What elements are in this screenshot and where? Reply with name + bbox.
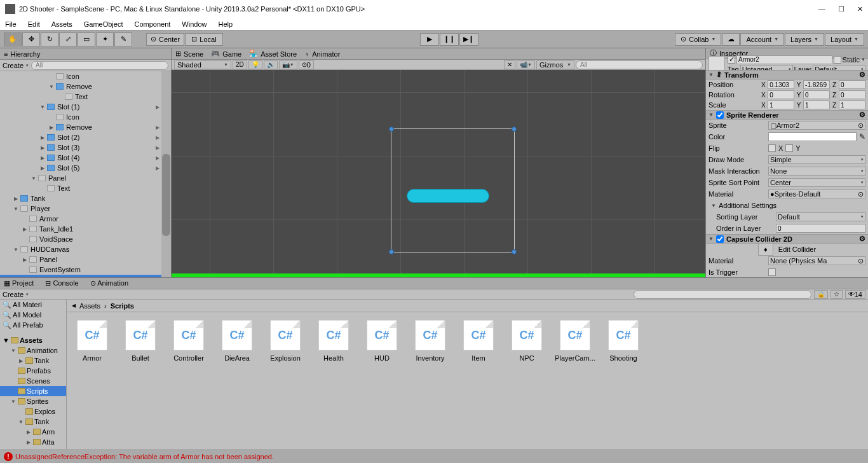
fav-all-materials[interactable]: 🔍All Materi	[0, 300, 66, 310]
scene-tools-icon[interactable]: ✕	[504, 60, 515, 69]
menu-window[interactable]: Window	[182, 20, 207, 28]
object-active-checkbox[interactable]: ✓	[728, 56, 735, 64]
hierarchy-item[interactable]: ▶Remove▶	[0, 122, 171, 132]
rot-y-input[interactable]	[803, 90, 830, 99]
project-folder[interactable]: ▶Tank	[0, 356, 66, 366]
rot-z-input[interactable]	[839, 90, 865, 99]
gear-icon[interactable]: ⚙	[859, 235, 865, 243]
script-asset[interactable]: C#DieArea	[219, 320, 255, 362]
project-search[interactable]	[634, 290, 811, 299]
project-folder[interactable]: Explos	[0, 406, 66, 417]
move-tool[interactable]: ✥	[22, 32, 40, 46]
flip-y-checkbox[interactable]	[785, 144, 793, 152]
scene-search[interactable]	[576, 60, 703, 69]
hierarchy-search[interactable]	[31, 61, 168, 70]
menu-assets[interactable]: Assets	[51, 20, 72, 28]
assets-root[interactable]: ▼Assets	[0, 335, 66, 345]
hierarchy-item[interactable]: ▶Tank	[0, 193, 171, 204]
pivot-center-button[interactable]: ⊙Center	[146, 33, 184, 46]
error-icon[interactable]: !	[4, 452, 13, 461]
hierarchy-item[interactable]: ▼Remove	[0, 81, 171, 92]
handle-br[interactable]	[512, 249, 517, 254]
rotate-tool[interactable]: ↻	[41, 32, 58, 46]
pivot-local-button[interactable]: ⊡Local	[185, 33, 223, 46]
sprite-renderer-enable[interactable]	[716, 111, 724, 119]
tab-game[interactable]: 🎮 Game	[211, 50, 241, 58]
pos-y-input[interactable]	[803, 80, 830, 89]
hierarchy-tab[interactable]: ≡ Hierarchy	[0, 48, 171, 60]
transform-tool[interactable]: ✦	[96, 32, 114, 46]
project-folder[interactable]: Scripts	[0, 386, 66, 396]
hierarchy-scrollbar[interactable]	[161, 71, 171, 277]
breadcrumb-assets[interactable]: Assets	[79, 302, 100, 310]
layout-button[interactable]: Layout▼	[825, 33, 864, 46]
scene-fx-icon[interactable]: 📷▼	[279, 60, 297, 69]
script-asset[interactable]: C#HUD	[364, 320, 400, 362]
shaded-dropdown[interactable]: Shaded▼	[174, 60, 231, 69]
material-field[interactable]: ●Sprites-Default⊙	[768, 190, 865, 198]
sprite-field[interactable]: ▢Armor2⊙	[768, 121, 865, 130]
hierarchy-item[interactable]: VoidSpace	[0, 234, 171, 244]
error-message[interactable]: UnassignedReferenceException: The variab…	[15, 453, 274, 460]
play-button[interactable]: ▶	[420, 33, 439, 46]
filter-icon[interactable]: 🔒	[814, 290, 828, 299]
transform-header[interactable]: ▼⥯Transform ⚙	[706, 70, 868, 79]
flip-x-checkbox[interactable]	[768, 144, 776, 152]
menu-component[interactable]: Component	[134, 20, 170, 28]
sort-point-dropdown[interactable]: Center▾	[768, 178, 865, 187]
gear-icon[interactable]: ⚙	[859, 71, 865, 79]
hierarchy-item[interactable]: ▼Player	[0, 204, 171, 214]
hierarchy-item[interactable]: ▶Slot (4)▶	[0, 153, 171, 163]
pos-z-input[interactable]	[839, 80, 865, 89]
tab-scene[interactable]: ⊞ Scene	[175, 50, 203, 58]
visibility-icon[interactable]: 👁14	[845, 290, 865, 299]
handle-tl[interactable]	[389, 127, 394, 132]
project-folder[interactable]: ▼Animation	[0, 345, 66, 356]
hierarchy-item[interactable]: ▶Panel	[0, 254, 171, 265]
minimize-icon[interactable]: —	[818, 5, 825, 13]
fav-all-prefabs[interactable]: 🔍All Prefab	[0, 320, 66, 330]
script-asset[interactable]: C#Item	[461, 320, 496, 362]
hierarchy-item[interactable]: Icon	[0, 112, 171, 122]
project-folder[interactable]: ▶Atta	[0, 437, 66, 447]
filter-icon-2[interactable]: ☆	[831, 290, 843, 299]
script-asset[interactable]: C#Shooting	[606, 320, 641, 362]
breadcrumb-scripts[interactable]: Scripts	[111, 302, 134, 310]
script-asset[interactable]: C#NPC	[509, 320, 545, 362]
account-button[interactable]: Account▼	[740, 33, 784, 46]
pause-button[interactable]: ❙❙	[440, 33, 459, 46]
edit-collider-icon[interactable]: ♦	[758, 243, 773, 256]
scene-light-icon[interactable]: 💡	[248, 60, 262, 69]
hierarchy-item[interactable]: Text	[0, 92, 171, 102]
close-icon[interactable]: ✕	[857, 5, 863, 13]
hierarchy-item[interactable]: EventSystem	[0, 265, 171, 275]
collab-button[interactable]: ⊙Collab▼	[675, 33, 721, 46]
step-button[interactable]: ▶❙	[459, 33, 478, 46]
hierarchy-item[interactable]: ▶Tank_Idle1	[0, 224, 171, 234]
project-create[interactable]: Create	[3, 291, 24, 298]
scl-x-input[interactable]	[768, 100, 794, 109]
hierarchy-create[interactable]: Create	[3, 62, 24, 69]
maximize-icon[interactable]: ☐	[838, 5, 844, 13]
hierarchy-item[interactable]: ▼Panel	[0, 173, 171, 183]
order-input[interactable]	[776, 224, 865, 233]
rot-x-input[interactable]	[768, 90, 794, 99]
project-folder[interactable]: ▶Arm	[0, 427, 66, 437]
object-name-input[interactable]	[736, 55, 832, 64]
hierarchy-item[interactable]: Armor	[0, 214, 171, 224]
project-folder[interactable]: Scenes	[0, 376, 66, 386]
scene-audio-icon[interactable]: 🔊	[264, 60, 278, 69]
hand-tool[interactable]: ✋	[4, 32, 22, 46]
tab-console[interactable]: ⊟ Console	[45, 279, 78, 287]
fav-all-models[interactable]: 🔍All Model	[0, 310, 66, 320]
armor-sprite[interactable]	[407, 189, 489, 203]
scene-camera-icon[interactable]: 📹▼	[517, 60, 535, 69]
project-folder[interactable]: ▼Tank	[0, 417, 66, 427]
gear-icon[interactable]: ⚙	[859, 111, 865, 119]
scene-zero[interactable]: ⊙0	[299, 60, 314, 69]
project-folder[interactable]: ▼Sprites	[0, 396, 66, 406]
tab-asset-store[interactable]: 🏪 Asset Store	[249, 50, 297, 58]
static-checkbox[interactable]	[834, 56, 841, 64]
mask-dropdown[interactable]: None▾	[768, 167, 865, 176]
tab-animator[interactable]: ♀ Animator	[304, 50, 340, 58]
